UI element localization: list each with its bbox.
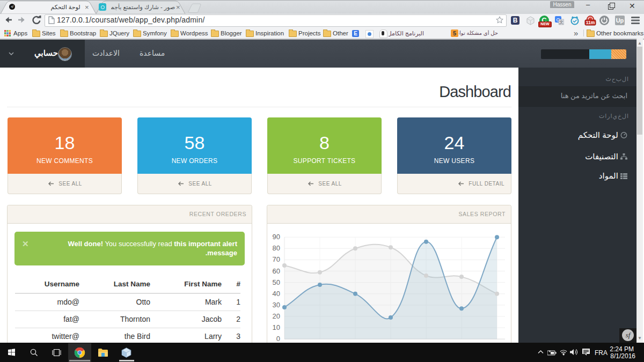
svg-text:20: 20 [273, 312, 280, 320]
svg-text:30: 30 [273, 301, 280, 309]
svg-text:11m: 11m [586, 20, 595, 25]
svg-text:0: 0 [276, 335, 280, 343]
svg-text:70: 70 [273, 255, 280, 263]
svg-text:60: 60 [273, 267, 280, 275]
svg-text:50: 50 [273, 278, 280, 286]
svg-text:40: 40 [273, 290, 280, 298]
svg-text:文: 文 [559, 20, 564, 25]
svg-text:90: 90 [273, 233, 280, 241]
svg-text:10: 10 [273, 323, 280, 331]
svg-text:80: 80 [273, 244, 280, 252]
